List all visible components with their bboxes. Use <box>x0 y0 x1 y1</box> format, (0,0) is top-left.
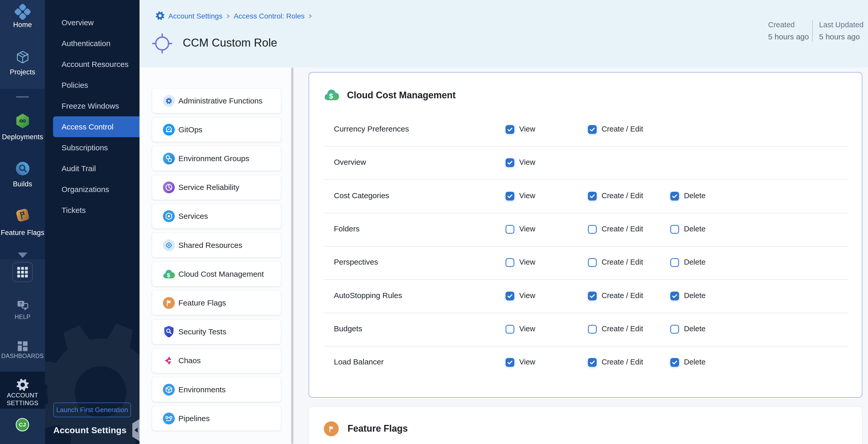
permission-row-label: Budgets <box>334 324 362 333</box>
admin-gear-icon <box>163 95 175 107</box>
dashboard-grid-icon <box>0 340 45 352</box>
role-target-icon <box>152 33 172 55</box>
checkbox-label: Create / Edit <box>601 191 643 200</box>
checkbox-budgets-delete[interactable] <box>670 325 679 334</box>
row-separator <box>323 346 848 346</box>
module-picker-button[interactable] <box>12 262 33 282</box>
checkbox-label: View <box>519 191 535 200</box>
sidebar-collapse-button[interactable] <box>132 419 140 441</box>
collapse-arrow-icon <box>134 427 138 433</box>
settings-nav-authentication[interactable]: Authentication <box>45 33 140 54</box>
permission-row-label: Currency Preferences <box>334 125 409 133</box>
app-root: HomeProjectsDeploymentsBuildsFeature Fla… <box>0 0 868 444</box>
column-scrollbar[interactable] <box>291 67 293 444</box>
settings-nav-account-resources[interactable]: Account Resources <box>45 54 140 75</box>
sidebar-divider <box>16 96 29 98</box>
resource-card-cloud-cost-management[interactable]: $Cloud Cost Management <box>152 262 281 286</box>
checkbox-autostopping-rules-view[interactable] <box>505 292 514 300</box>
launch-first-generation-button[interactable]: Launch First Generation <box>53 403 131 417</box>
checkbox-budgets-create-edit[interactable] <box>588 325 597 334</box>
settings-nav-freeze-windows[interactable]: Freeze Windows <box>45 95 140 116</box>
resource-card-services[interactable]: Services <box>152 204 281 228</box>
checkbox-folders-create-edit[interactable] <box>588 225 597 234</box>
checkbox-cost-categories-create-edit[interactable] <box>588 192 597 200</box>
settings-nav-subscriptions[interactable]: Subscriptions <box>45 137 140 158</box>
resource-card-label: Security Tests <box>178 327 226 336</box>
permission-row-label: Overview <box>334 158 366 166</box>
chevron-down-icon[interactable] <box>18 253 28 258</box>
sidebar-module-projects[interactable]: Projects <box>0 50 45 65</box>
resource-card-environments[interactable]: Environments <box>152 377 281 402</box>
pipelines-icon <box>163 413 175 424</box>
page-header: Account Settings > Access Control: Roles… <box>140 0 868 67</box>
resource-card-shared-resources[interactable]: Shared Resources <box>152 233 281 257</box>
last-updated-label: Last Updated <box>819 21 864 29</box>
sidebar-utility-help[interactable]: ?HELP <box>0 300 45 312</box>
checkbox-perspectives-view[interactable] <box>505 258 514 267</box>
breadcrumb-access-control-roles[interactable]: Access Control: Roles <box>234 12 305 20</box>
resource-card-service-reliability[interactable]: Service Reliability <box>152 175 281 200</box>
checkbox-autostopping-rules-delete[interactable] <box>670 292 679 300</box>
settings-sidebar: OverviewAuthenticationAccount ResourcesP… <box>45 0 140 444</box>
settings-nav-audit-trail[interactable]: Audit Trail <box>45 158 140 179</box>
resource-card-feature-flags[interactable]: Feature Flags <box>152 291 281 315</box>
settings-nav-policies[interactable]: Policies <box>45 75 140 95</box>
resource-card-environment-groups[interactable]: Environment Groups <box>152 146 281 171</box>
flag-circle-icon <box>163 297 175 309</box>
sidebar-utility-dashboards[interactable]: DASHBOARDS <box>0 340 45 352</box>
checkbox-perspectives-delete[interactable] <box>670 258 679 267</box>
gear-icon <box>0 378 45 391</box>
builds-circle-icon <box>0 161 45 176</box>
checkbox-label: View <box>519 225 535 233</box>
checkbox-load-balancer-delete[interactable] <box>670 358 679 367</box>
settings-nav-tickets[interactable]: Tickets <box>45 200 140 221</box>
last-updated-value: 5 hours ago <box>819 32 860 41</box>
checkbox-budgets-view[interactable] <box>505 325 514 334</box>
ccm-cloud-icon: $ <box>163 268 175 280</box>
resource-card-label: GitOps <box>178 125 202 134</box>
sidebar-module-feature-flags[interactable]: Feature Flags <box>0 208 45 223</box>
checkbox-overview-view[interactable] <box>505 158 514 167</box>
resource-card-label: Environments <box>178 385 225 394</box>
chat-question-icon: ? <box>0 300 45 312</box>
primary-sidebar: HomeProjectsDeploymentsBuildsFeature Fla… <box>0 0 45 444</box>
permission-row-label: Cost Categories <box>334 191 389 200</box>
checkbox-load-balancer-view[interactable] <box>505 358 514 367</box>
created-value: 5 hours ago <box>768 32 809 41</box>
sidebar-module-builds[interactable]: Builds <box>0 161 45 176</box>
sidebar-module-home[interactable]: Home <box>0 3 45 20</box>
avatar[interactable]: CJ <box>16 418 29 432</box>
checkbox-label: View <box>519 324 535 333</box>
checkbox-label: Create / Edit <box>601 358 643 366</box>
checkbox-perspectives-create-edit[interactable] <box>588 258 597 267</box>
row-separator <box>323 246 848 247</box>
chaos-icon <box>163 355 175 367</box>
checkbox-cost-categories-view[interactable] <box>505 192 514 200</box>
resource-card-label: Environment Groups <box>178 154 249 163</box>
resource-card-label: Feature Flags <box>178 298 226 307</box>
checkbox-label: Create / Edit <box>601 125 643 133</box>
settings-nav-access-control[interactable]: Access Control <box>53 116 140 137</box>
checkbox-autostopping-rules-create-edit[interactable] <box>588 292 597 300</box>
checkbox-folders-view[interactable] <box>505 225 514 234</box>
resource-card-pipelines[interactable]: Pipelines <box>152 406 281 431</box>
breadcrumb-account-settings[interactable]: Account Settings <box>168 12 222 20</box>
resource-card-label: Shared Resources <box>178 241 242 250</box>
checkbox-load-balancer-create-edit[interactable] <box>588 358 597 367</box>
settings-nav-organizations[interactable]: Organizations <box>45 179 140 200</box>
sidebar-utility-label: HELP <box>0 314 45 320</box>
sidebar-utility-account-settings[interactable]: ACCOUNTSETTINGS <box>0 378 45 391</box>
resource-card-security-tests[interactable]: Security Tests <box>152 320 281 344</box>
breadcrumb-separator: > <box>226 12 229 20</box>
resource-card-label: Chaos <box>178 356 201 365</box>
checkbox-currency-preferences-view[interactable] <box>505 125 514 134</box>
resource-card-administrative-functions[interactable]: Administrative Functions <box>152 89 281 113</box>
settings-nav: OverviewAuthenticationAccount ResourcesP… <box>45 12 140 221</box>
sidebar-module-deployments[interactable]: Deployments <box>0 114 45 128</box>
checkbox-currency-preferences-create-edit[interactable] <box>588 125 597 134</box>
resource-card-gitops[interactable]: GitOps <box>152 117 281 142</box>
checkbox-folders-delete[interactable] <box>670 225 679 234</box>
checkbox-cost-categories-delete[interactable] <box>670 192 679 200</box>
settings-nav-overview[interactable]: Overview <box>45 12 140 33</box>
resource-card-chaos[interactable]: Chaos <box>152 349 281 373</box>
